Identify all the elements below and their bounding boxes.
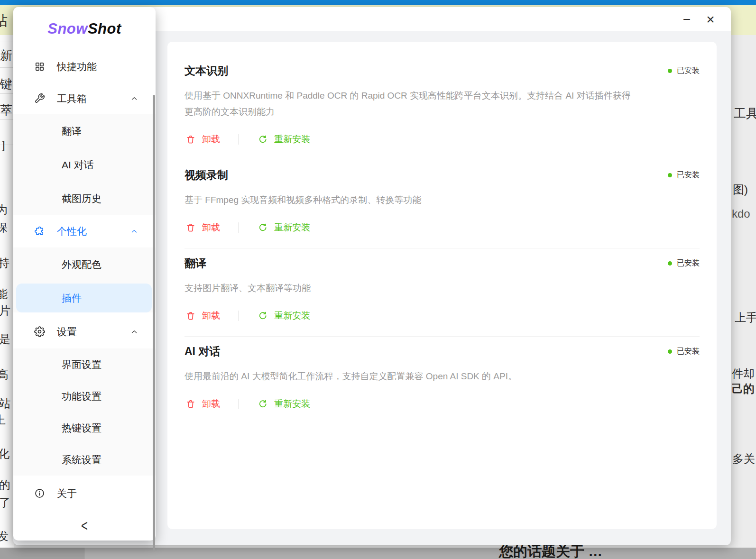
plugin-title: 文本识别 xyxy=(184,64,228,78)
refresh-icon xyxy=(257,221,269,234)
background-text-fragment: 高 xyxy=(0,368,9,382)
background-text-fragment: 出了 xyxy=(0,496,10,510)
uninstall-button[interactable]: 卸载 xyxy=(184,310,220,322)
sidebar-item-appearance[interactable]: 外观配色 xyxy=(13,247,156,281)
background-text-fragment: 上手 xyxy=(735,311,756,325)
uninstall-button[interactable]: 卸载 xyxy=(184,221,220,234)
refresh-icon xyxy=(257,398,269,410)
reinstall-button[interactable]: 重新安装 xyxy=(257,310,310,322)
background-title-strip xyxy=(0,0,756,5)
background-text-fragment: 己的 xyxy=(732,382,755,396)
refresh-icon xyxy=(257,133,269,146)
plugin-description: 支持图片翻译、文本翻译等功能 xyxy=(184,280,639,296)
plugins-panel: 文本识别 已安装 使用基于 ONNXRuntime 和 Paddle OCR 的… xyxy=(167,42,717,529)
plugin-description: 基于 FFmpeg 实现音频和视频多种格式的录制、转换等功能 xyxy=(184,192,639,208)
background-rule xyxy=(0,42,14,42)
background-text-fragment: 化 xyxy=(0,447,9,461)
screen: 帖 建新 一键 荟萃 ] 为 保 支持 能 图片 的是 高 前站 上 化 适的 … xyxy=(0,0,756,559)
plugin-card-translate: 翻译 已安装 支持图片翻译、文本翻译等功能 卸载 xyxy=(184,248,700,337)
sidebar-item-label: 翻译 xyxy=(62,125,82,138)
reinstall-label: 重新安装 xyxy=(274,221,310,234)
background-text-fragment: kdo xyxy=(732,207,750,221)
uninstall-button[interactable]: 卸载 xyxy=(184,398,220,410)
background-text-fragment: ] xyxy=(2,138,5,152)
sidebar-item-translate[interactable]: 翻译 xyxy=(13,114,156,148)
uninstall-label: 卸载 xyxy=(202,398,220,410)
reinstall-button[interactable]: 重新安装 xyxy=(257,398,310,410)
status-badge: 已安装 xyxy=(668,66,700,76)
status-dot-icon xyxy=(668,261,672,266)
status-label: 已安装 xyxy=(677,170,700,180)
sidebar-item-label: 截图历史 xyxy=(62,192,101,205)
sidebar-item-function-settings[interactable]: 功能设置 xyxy=(13,380,156,412)
sidebar-item-label: 关于 xyxy=(57,487,77,500)
sidebar-nav: 快捷功能 工具箱 翻译 AI 对话 截图历史 个性化 xyxy=(13,51,156,511)
sidebar-item-label: 界面设置 xyxy=(62,358,101,371)
close-button[interactable]: × xyxy=(700,12,721,27)
gear-icon xyxy=(33,326,46,338)
sidebar-item-label: 个性化 xyxy=(57,225,87,238)
uninstall-button[interactable]: 卸载 xyxy=(184,133,220,146)
sidebar-scrollbar[interactable] xyxy=(153,95,155,551)
sidebar-item-personalization[interactable]: 个性化 xyxy=(13,215,156,247)
status-dot-icon xyxy=(668,349,672,354)
sidebar-item-plugins[interactable]: 插件 xyxy=(16,284,152,312)
minimize-button[interactable]: − xyxy=(676,12,697,27)
chevron-up-icon xyxy=(130,328,138,336)
sidebar-item-label: 设置 xyxy=(57,325,77,339)
background-bottom-band xyxy=(0,548,756,559)
plugin-title: 翻译 xyxy=(184,256,206,271)
plugin-card-ai-chat: AI 对话 已安装 使用最前沿的 AI 大模型简化工作流程，支持自定义配置兼容 … xyxy=(184,337,700,424)
background-text-fragment: 多关 xyxy=(732,452,755,466)
plugin-title: 视频录制 xyxy=(184,168,228,183)
sidebar-item-ai-chat[interactable]: AI 对话 xyxy=(13,148,156,182)
sidebar-item-hotkey-settings[interactable]: 热键设置 xyxy=(13,412,156,444)
uninstall-label: 卸载 xyxy=(202,221,220,234)
plugin-card-text-recognition: 文本识别 已安装 使用基于 ONNXRuntime 和 Paddle OCR 的… xyxy=(184,53,700,160)
trash-icon xyxy=(184,310,197,322)
reinstall-button[interactable]: 重新安装 xyxy=(257,221,310,234)
refresh-icon xyxy=(257,310,269,322)
background-text-fragment: 一键 xyxy=(0,77,12,92)
sidebar-item-label: 外观配色 xyxy=(62,258,101,271)
sidebar-item-label: 插件 xyxy=(62,292,82,305)
chevron-up-icon xyxy=(130,94,138,103)
toolbox-submenu: 翻译 AI 对话 截图历史 xyxy=(13,114,156,215)
trash-icon xyxy=(184,133,197,146)
sidebar-item-toolbox[interactable]: 工具箱 xyxy=(13,82,156,114)
status-label: 已安装 xyxy=(677,258,700,268)
sidebar-item-system-settings[interactable]: 系统设置 xyxy=(13,444,156,476)
reinstall-label: 重新安装 xyxy=(274,310,310,322)
sidebar-item-interface-settings[interactable]: 界面设置 xyxy=(13,348,156,380)
action-divider xyxy=(238,222,239,233)
background-text-fragment: 适的 xyxy=(0,478,10,492)
background-text-fragment: 能 xyxy=(0,287,8,301)
trash-icon xyxy=(184,221,197,234)
personalization-submenu: 外观配色 插件 xyxy=(13,247,156,312)
background-text-fragment: 的是 xyxy=(0,332,10,346)
puzzle-icon xyxy=(33,225,46,238)
sidebar-item-label: 系统设置 xyxy=(62,453,101,467)
background-text-fragment: 件却 xyxy=(732,367,755,381)
background-text-fragment: 发 xyxy=(0,530,9,543)
status-badge: 已安装 xyxy=(668,347,700,357)
plugin-card-video-record: 视频录制 已安装 基于 FFmpeg 实现音频和视频多种格式的录制、转换等功能 … xyxy=(184,160,700,248)
background-rule xyxy=(0,67,14,68)
sidebar-item-settings[interactable]: 设置 xyxy=(13,315,156,348)
status-label: 已安装 xyxy=(677,347,700,357)
sidebar-item-label: 功能设置 xyxy=(62,390,101,403)
info-icon xyxy=(33,487,46,500)
status-dot-icon xyxy=(668,69,672,73)
sidebar-item-screenshot-history[interactable]: 截图历史 xyxy=(13,182,156,215)
trash-icon xyxy=(184,398,197,410)
background-text-fragment: 支持 xyxy=(0,257,9,270)
sidebar-item-label: AI 对话 xyxy=(62,158,94,172)
background-rule xyxy=(0,119,14,120)
sidebar-collapse-button[interactable]: < xyxy=(13,505,156,547)
wrench-icon xyxy=(33,92,46,105)
reinstall-button[interactable]: 重新安装 xyxy=(257,133,310,146)
background-text-fragment: 为 xyxy=(0,203,8,217)
sidebar-item-quick-functions[interactable]: 快捷功能 xyxy=(13,51,156,82)
logo-shot: Shot xyxy=(88,20,121,37)
reinstall-label: 重新安装 xyxy=(274,398,310,410)
